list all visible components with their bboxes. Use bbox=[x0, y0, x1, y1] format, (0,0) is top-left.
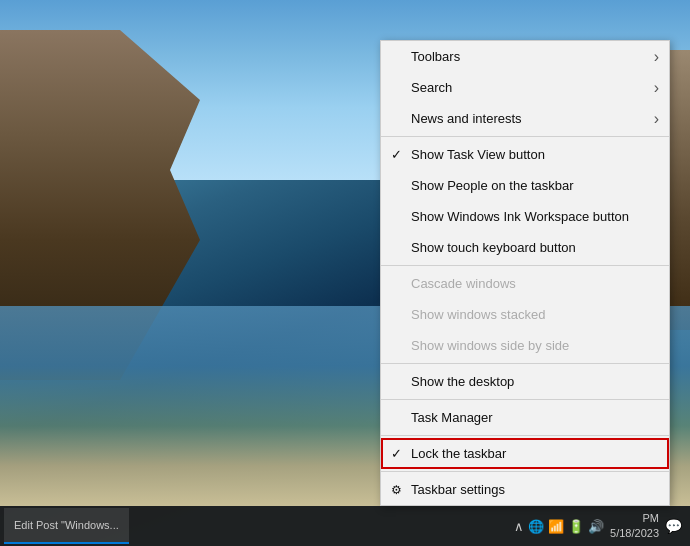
menu-separator bbox=[381, 265, 669, 266]
menu-item-label: Search bbox=[411, 80, 452, 95]
time-block[interactable]: PM 5/18/2023 bbox=[610, 511, 659, 542]
battery-icon[interactable]: 🔋 bbox=[568, 519, 584, 534]
menu-item-label: Show windows side by side bbox=[411, 338, 569, 353]
menu-item-label: Taskbar settings bbox=[411, 482, 505, 497]
menu-item-search[interactable]: Search bbox=[381, 72, 669, 103]
menu-separator bbox=[381, 435, 669, 436]
taskbar-icons: ∧ 🌐 📶 🔋 🔊 bbox=[514, 519, 604, 534]
menu-separator bbox=[381, 136, 669, 137]
menu-item-cascade: Cascade windows bbox=[381, 268, 669, 299]
task-label: Edit Post "Windows... bbox=[14, 519, 119, 531]
menu-separator bbox=[381, 363, 669, 364]
wifi-icon[interactable]: 📶 bbox=[548, 519, 564, 534]
notification-icon[interactable]: 💬 bbox=[665, 518, 682, 534]
menu-item-label: Show the desktop bbox=[411, 374, 514, 389]
menu-item-desktop[interactable]: Show the desktop bbox=[381, 366, 669, 397]
taskbar-left: Edit Post "Windows... bbox=[0, 508, 514, 544]
taskbar-right: ∧ 🌐 📶 🔋 🔊 PM 5/18/2023 💬 bbox=[514, 511, 690, 542]
context-menu: ToolbarsSearchNews and interestsShow Tas… bbox=[380, 40, 670, 506]
menu-separator bbox=[381, 471, 669, 472]
date: 5/18/2023 bbox=[610, 526, 659, 541]
menu-item-ink[interactable]: Show Windows Ink Workspace button bbox=[381, 201, 669, 232]
menu-item-people[interactable]: Show People on the taskbar bbox=[381, 170, 669, 201]
menu-item-label: Task Manager bbox=[411, 410, 493, 425]
menu-item-toolbars[interactable]: Toolbars bbox=[381, 41, 669, 72]
menu-item-label: Show touch keyboard button bbox=[411, 240, 576, 255]
menu-item-label: Toolbars bbox=[411, 49, 460, 64]
menu-item-label: News and interests bbox=[411, 111, 522, 126]
menu-item-task-manager[interactable]: Task Manager bbox=[381, 402, 669, 433]
menu-item-settings[interactable]: ⚙Taskbar settings bbox=[381, 474, 669, 505]
menu-item-lock[interactable]: Lock the taskbar bbox=[381, 438, 669, 469]
menu-item-label: Lock the taskbar bbox=[411, 446, 506, 461]
menu-item-label: Show windows stacked bbox=[411, 307, 545, 322]
menu-item-side-by-side: Show windows side by side bbox=[381, 330, 669, 361]
menu-item-touch-kb[interactable]: Show touch keyboard button bbox=[381, 232, 669, 263]
gear-icon: ⚙ bbox=[391, 483, 402, 497]
up-arrow-icon[interactable]: ∧ bbox=[514, 519, 524, 534]
menu-separator bbox=[381, 399, 669, 400]
menu-item-label: Show People on the taskbar bbox=[411, 178, 574, 193]
menu-item-news[interactable]: News and interests bbox=[381, 103, 669, 134]
taskbar: Edit Post "Windows... ∧ 🌐 📶 🔋 🔊 PM 5/18/… bbox=[0, 506, 690, 546]
menu-item-label: Show Windows Ink Workspace button bbox=[411, 209, 629, 224]
time: PM bbox=[610, 511, 659, 526]
menu-item-label: Cascade windows bbox=[411, 276, 516, 291]
menu-item-task-view[interactable]: Show Task View button bbox=[381, 139, 669, 170]
menu-item-label: Show Task View button bbox=[411, 147, 545, 162]
network-icon[interactable]: 🌐 bbox=[528, 519, 544, 534]
menu-item-stacked: Show windows stacked bbox=[381, 299, 669, 330]
taskbar-task-item[interactable]: Edit Post "Windows... bbox=[4, 508, 129, 544]
volume-icon[interactable]: 🔊 bbox=[588, 519, 604, 534]
